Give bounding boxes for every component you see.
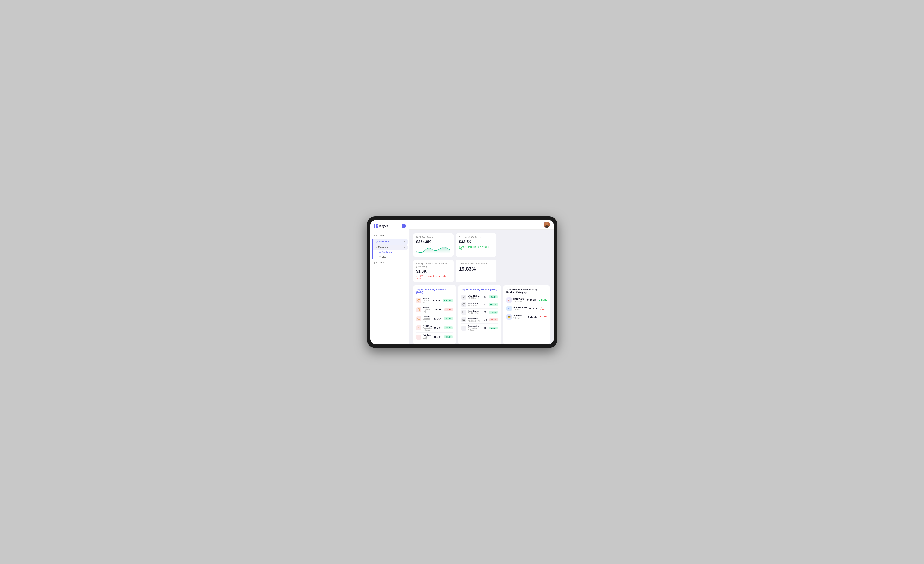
product-icon: [461, 326, 466, 331]
total-revenue-value: $384.9K: [416, 240, 450, 244]
sidebar-item-dashboard-label: Dashboard: [382, 251, 394, 254]
svg-rect-16: [463, 311, 465, 313]
product-name: Printer Z300: [423, 334, 433, 336]
product-badge: -10.0%: [489, 318, 498, 321]
top-revenue-suffix: (2024): [416, 291, 423, 294]
product-icon: [416, 334, 422, 340]
product-name: Keyboard Pro: [468, 317, 482, 320]
product-info: Accounting Software Accounting Software: [468, 325, 481, 332]
product-name: Accounting Software: [423, 325, 433, 327]
svg-rect-6: [418, 309, 419, 311]
top-volume-prefix: Top Products by: [461, 288, 481, 291]
product-info: USB Hub 4.0 USB Hub 4.0: [468, 295, 481, 299]
table-row: Keyboard Pro Keyboard Pro 36 -10.0%: [461, 316, 498, 324]
table-row: Accounting Software Accounting Software …: [461, 324, 498, 333]
home-icon: [374, 234, 377, 237]
growth-rate-title: December 2024 Growth Rate: [459, 262, 493, 265]
revenue-dot: [375, 247, 376, 248]
accessories-name: Accessories: [513, 306, 527, 309]
sidebar-item-chat[interactable]: Chat: [372, 260, 408, 266]
svg-point-13: [463, 296, 464, 297]
product-name: Monitor X1: [423, 297, 432, 300]
product-badge: +14.7%: [444, 317, 453, 320]
revenue-chevron: ▼: [404, 246, 406, 248]
hardware-name: Hardware: [513, 298, 526, 300]
sidebar-item-home[interactable]: Home: [372, 232, 408, 238]
product-sub: Desktop Pro: [423, 318, 433, 322]
sidebar: Keyva ‹ Home: [370, 220, 409, 344]
stat-card-total-revenue: 2024 Total Revenue $384.9K: [413, 233, 453, 257]
sidebar-nav: Home Finance ▼: [370, 232, 409, 266]
dec-revenue-change: ↑ 19.83% change from November 2024: [459, 246, 493, 250]
stat-card-dec-revenue: December 2024 Revenue $32.5K ↑ 19.83% ch…: [456, 233, 496, 257]
sidebar-item-home-label: Home: [379, 234, 386, 237]
product-icon: [461, 310, 466, 315]
product-badge: +13.2%: [444, 326, 453, 329]
scroll-area[interactable]: 2024 Total Revenue $384.9K: [409, 230, 554, 344]
sidebar-collapse-button[interactable]: ‹: [402, 224, 406, 228]
product-icon: [461, 294, 466, 300]
product-name: Monitor X1: [468, 302, 481, 304]
table-row: Printer Z300 Printer Z300 $31.0K +33.3%: [416, 333, 453, 342]
hardware-icon: 📈: [506, 297, 512, 303]
product-value: $35.6K: [434, 318, 441, 320]
placeholder-area: [499, 233, 550, 257]
product-name: Keyboard Pro: [423, 306, 433, 309]
finance-section: Finance ▼ Revenue ▼ Dashboard: [372, 238, 408, 259]
dashboard-dot: [380, 252, 381, 253]
product-sub: Keyboard Pro: [468, 320, 482, 322]
svg-rect-10: [418, 327, 420, 329]
bottom-section: Top Products by Revenue (2024) Monitor X…: [413, 285, 550, 344]
volume-count: 41: [483, 296, 486, 298]
product-info: Desktop Pro Desktop Pro: [423, 315, 433, 322]
avatar-face: [544, 222, 550, 228]
growth-rate-value: 19.83%: [459, 266, 493, 272]
sidebar-item-list[interactable]: List: [378, 255, 408, 259]
top-revenue-card: Top Products by Revenue (2024) Monitor X…: [413, 285, 456, 344]
device-screen: Keyva ‹ Home: [370, 220, 554, 344]
volume-count: 41: [483, 303, 486, 306]
product-name: USB Hub 4.0: [468, 295, 481, 297]
sidebar-item-finance-label: Finance: [380, 240, 389, 243]
category-list: 📈 Hardware 138 Sales $146.4K ▲ 24.8% $: [506, 296, 547, 321]
product-name: Desktop Pro: [468, 310, 481, 312]
sidebar-item-dashboard[interactable]: Dashboard: [378, 250, 408, 255]
avg-revenue-change: ↓ -26.55% change from November 2024: [416, 275, 450, 280]
svg-rect-3: [418, 299, 420, 301]
product-icon: [416, 326, 422, 330]
product-value: $31.6K: [434, 327, 441, 329]
product-icon: [461, 317, 466, 322]
table-row: Keyboard Pro Keyboard Pro $37.8K -14.6%: [416, 305, 453, 314]
svg-rect-0: [375, 240, 378, 242]
table-row: Monitor X1 Monitor X1 41 +64.0%: [461, 301, 498, 309]
top-volume-highlight: Volume: [481, 288, 489, 291]
list-dot: [380, 256, 381, 258]
sidebar-item-revenue[interactable]: Revenue ▼: [372, 245, 408, 250]
chat-icon: [374, 261, 377, 264]
accessories-value: $124.8K: [528, 307, 537, 310]
product-sub: Accounting Software: [423, 327, 433, 331]
top-volume-suffix: (2024): [489, 288, 497, 291]
product-badge: +33.3%: [444, 336, 453, 338]
product-sub: USB Hub 4.0: [468, 297, 481, 299]
stat-card-avg-revenue: Average Revenue Per Customer (Dec 2024) …: [413, 260, 453, 282]
svg-rect-19: [463, 327, 465, 329]
product-name: Desktop Pro: [423, 315, 433, 318]
product-badge: +102.8%: [443, 299, 453, 302]
sidebar-item-finance[interactable]: Finance ▼: [372, 238, 408, 245]
top-volume-title: Top Products by Volume (2024): [461, 288, 498, 291]
avatar[interactable]: [544, 222, 550, 228]
sidebar-item-list-label: List: [382, 255, 386, 258]
sidebar-item-revenue-label: Revenue: [378, 246, 388, 249]
product-sub: Monitor X1: [468, 304, 481, 307]
finance-icon: [375, 240, 378, 243]
table-row: Monitor X1 Monitor X1 $49.8K +102.8%: [416, 296, 453, 305]
finance-chevron: ▼: [404, 241, 406, 243]
app-name: Keyva: [380, 224, 388, 228]
logo-icon: [374, 224, 378, 228]
accessories-icon: $: [506, 306, 512, 311]
svg-rect-8: [418, 318, 420, 319]
category-row: $ Accessories 130 Sales $124.8K ▼ 7.8%: [506, 304, 547, 313]
volume-count: 36: [483, 318, 487, 321]
category-row: 💳 Software 110 Sales $113.7K ▼ 2.5%: [506, 313, 547, 321]
